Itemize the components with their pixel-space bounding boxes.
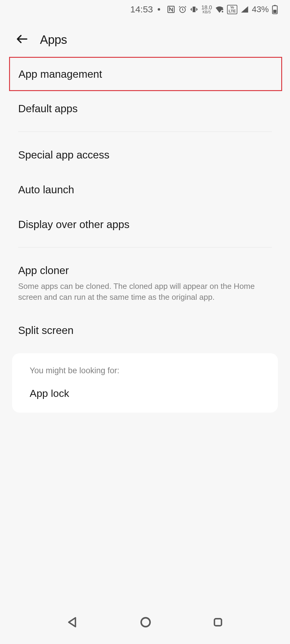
list-item-special-app-access[interactable]: Special app access xyxy=(0,137,290,172)
status-bar: 14:53 18.0 KB/S xyxy=(0,0,290,19)
svg-rect-7 xyxy=(273,10,277,13)
list-item-label: Special app access xyxy=(18,148,272,162)
svg-rect-6 xyxy=(274,5,275,6)
list-item-split-screen[interactable]: Split screen xyxy=(0,313,290,348)
nfc-icon xyxy=(167,5,175,14)
list-item-label: Auto launch xyxy=(18,182,272,197)
list-item-subtitle: Some apps can be cloned. The cloned app … xyxy=(18,281,272,303)
nav-home-icon[interactable] xyxy=(139,616,152,630)
list-item-app-cloner[interactable]: App cloner Some apps can be cloned. The … xyxy=(0,253,290,313)
list-item-label: Split screen xyxy=(18,323,272,337)
data-speed-indicator: 18.0 KB/S xyxy=(201,5,212,14)
status-dot xyxy=(158,8,160,11)
battery-percent: 43% xyxy=(252,5,269,14)
suggestion-header: You might be looking for: xyxy=(30,366,260,375)
list-item-default-apps[interactable]: Default apps xyxy=(0,91,290,126)
divider xyxy=(18,132,272,132)
svg-rect-2 xyxy=(193,7,196,12)
nav-recent-icon[interactable] xyxy=(212,616,224,629)
divider xyxy=(18,247,272,247)
volte-icon: Vo LTE xyxy=(227,5,237,14)
list-item-label: Display over other apps xyxy=(18,217,272,231)
signal-icon xyxy=(240,5,249,13)
alarm-icon xyxy=(178,5,187,14)
page-title: Apps xyxy=(40,33,67,47)
header: Apps xyxy=(0,19,290,57)
list-item-label: App management xyxy=(18,67,273,81)
status-time: 14:53 xyxy=(130,4,153,15)
list-item-label: App cloner xyxy=(18,263,272,277)
navigation-bar xyxy=(0,608,290,644)
back-arrow-icon[interactable] xyxy=(15,32,29,47)
svg-point-8 xyxy=(141,618,150,626)
wifi-icon xyxy=(215,5,224,13)
svg-rect-9 xyxy=(214,619,221,626)
nav-back-icon[interactable] xyxy=(66,616,79,630)
list-item-label: Default apps xyxy=(18,101,272,116)
list-item-auto-launch[interactable]: Auto launch xyxy=(0,172,290,207)
suggestion-card: You might be looking for: App lock xyxy=(12,353,278,413)
svg-point-4 xyxy=(222,9,223,10)
list-item-app-management[interactable]: App management xyxy=(9,57,282,91)
settings-list: App management Default apps Special app … xyxy=(0,57,290,413)
svg-point-3 xyxy=(222,11,223,12)
list-item-display-over-other-apps[interactable]: Display over other apps xyxy=(0,207,290,242)
vibrate-icon xyxy=(190,5,198,14)
suggestion-item-app-lock[interactable]: App lock xyxy=(30,387,260,399)
battery-icon xyxy=(272,5,278,14)
